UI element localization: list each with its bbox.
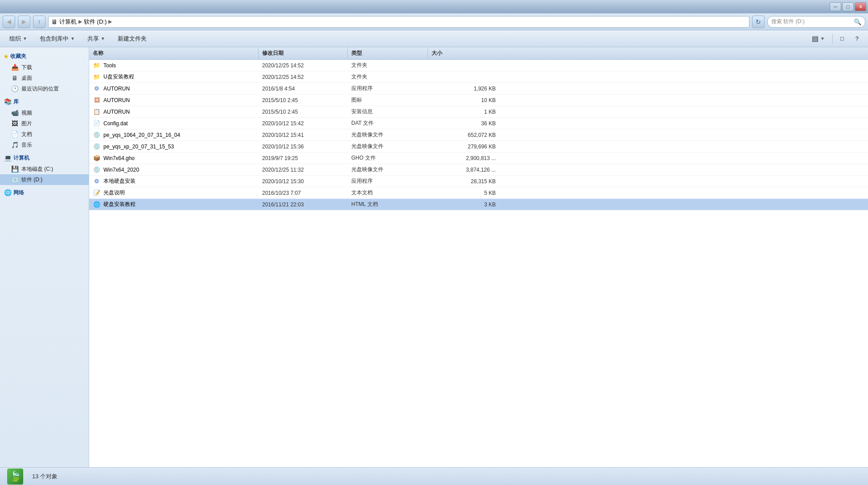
file-modified: 2015/5/10 2:45 (259, 109, 348, 115)
file-name: Win7x64_2020 (103, 167, 139, 173)
pictures-icon: 🖼 (11, 119, 19, 127)
include-label: 包含到库中 (40, 35, 69, 43)
file-list: 📁 Tools 2020/12/25 14:52 文件夹 📁 U盘安装教程 20… (89, 60, 868, 467)
table-row[interactable]: 🖼 AUTORUN 2015/5/10 2:45 图标 10 KB (89, 95, 868, 106)
table-row[interactable]: 🌐 硬盘安装教程 2016/11/21 22:03 HTML 文档 3 KB (89, 199, 868, 210)
file-name: 本地硬盘安装 (103, 177, 136, 185)
desktop-label: 桌面 (21, 74, 32, 82)
file-type-icon: 📋 (93, 108, 101, 116)
sidebar-section-library: 📚 库 📹 视频 🖼 图片 📄 文档 🎵 音乐 (0, 96, 89, 150)
table-row[interactable]: ⚙ AUTORUN 2016/1/8 4:54 应用程序 1,926 KB (89, 83, 868, 95)
file-modified: 2016/11/21 22:03 (259, 201, 348, 208)
sidebar-item-video[interactable]: 📹 视频 (0, 107, 89, 118)
file-type: 光盘映像文件 (348, 131, 428, 139)
recent-label: 最近访问的位置 (21, 85, 59, 93)
col-type[interactable]: 类型 (348, 47, 428, 59)
views-button[interactable]: ▤ ▼ (807, 32, 830, 45)
breadcrumb-computer[interactable]: 计算机 (59, 18, 77, 26)
video-icon: 📹 (11, 109, 19, 117)
table-row[interactable]: 📝 光盘说明 2016/10/23 7:07 文本文档 5 KB (89, 187, 868, 199)
sidebar-network-header[interactable]: 🌐 网络 (0, 187, 89, 198)
views-icon: ▤ (812, 34, 819, 43)
sidebar-item-desktop[interactable]: 🖥 桌面 (0, 73, 89, 83)
status-icon: 🍃 (7, 469, 23, 485)
table-row[interactable]: ⚙ 本地硬盘安装 2020/10/12 15:30 应用程序 28,315 KB (89, 176, 868, 187)
file-name-cell: ⚙ 本地硬盘安装 (89, 177, 259, 185)
file-type-icon: 💿 (93, 143, 101, 151)
docs-label: 文档 (21, 131, 32, 138)
sidebar-item-pictures[interactable]: 🖼 图片 (0, 118, 89, 129)
table-row[interactable]: 📄 Config.dat 2020/10/12 15:42 DAT 文件 36 … (89, 118, 868, 129)
col-modified[interactable]: 修改日期 (259, 47, 348, 59)
file-modified: 2020/12/25 14:52 (259, 62, 348, 69)
sidebar-item-recent[interactable]: 🕐 最近访问的位置 (0, 83, 89, 94)
file-type: 安装信息 (348, 108, 428, 115)
help-button[interactable]: ? (851, 33, 864, 44)
table-row[interactable]: 📋 AUTORUN 2015/5/10 2:45 安装信息 1 KB (89, 106, 868, 118)
file-type: 应用程序 (348, 177, 428, 185)
up-button[interactable]: ↑ (33, 16, 45, 28)
sidebar-item-docs[interactable]: 📄 文档 (0, 129, 89, 140)
file-size: 3,874,126 ... (428, 167, 499, 173)
file-modified: 2019/9/7 19:25 (259, 155, 348, 161)
file-modified: 2020/10/12 15:42 (259, 120, 348, 127)
share-button[interactable]: 共享 ▼ (82, 33, 110, 45)
sidebar-computer-header[interactable]: 💻 计算机 (0, 152, 89, 164)
search-box[interactable]: 搜索 软件 (D:) 🔍 (767, 16, 865, 28)
file-name-cell: 📋 AUTORUN (89, 108, 259, 116)
file-name-cell: 📄 Config.dat (89, 119, 259, 127)
sidebar-item-downloads[interactable]: 📥 下载 (0, 62, 89, 73)
organize-button[interactable]: 组织 ▼ (4, 33, 32, 45)
back-button[interactable]: ◀ (3, 16, 15, 28)
file-name: Config.dat (103, 120, 128, 127)
sidebar-favorites-header[interactable]: ★ 收藏夹 (0, 51, 89, 62)
breadcrumb-arrow-2: ▶ (108, 19, 112, 25)
breadcrumb-drive[interactable]: 软件 (D:) (84, 18, 107, 26)
sidebar-library-header[interactable]: 📚 库 (0, 96, 89, 107)
refresh-button[interactable]: ↻ (752, 16, 765, 28)
table-row[interactable]: 📁 Tools 2020/12/25 14:52 文件夹 (89, 60, 868, 71)
include-button[interactable]: 包含到库中 ▼ (35, 33, 80, 45)
search-placeholder: 搜索 软件 (D:) (771, 18, 805, 25)
breadcrumb-arrow-1: ▶ (78, 19, 82, 25)
include-dropdown-arrow: ▼ (70, 36, 75, 41)
sidebar-item-software-d[interactable]: 💿 软件 (D:) (0, 174, 89, 185)
file-name-cell: 📝 光盘说明 (89, 189, 259, 197)
file-type: 应用程序 (348, 85, 428, 92)
close-button[interactable]: ✕ (855, 2, 866, 11)
file-type: 文件夹 (348, 62, 428, 69)
forward-button[interactable]: ▶ (18, 16, 30, 28)
file-type-icon: 💿 (93, 131, 101, 139)
table-row[interactable]: 📁 U盘安装教程 2020/12/25 14:52 文件夹 (89, 71, 868, 83)
table-row[interactable]: 💿 pe_yqs_xp_20_07_31_15_53 2020/10/12 15… (89, 141, 868, 152)
downloads-icon: 📥 (11, 63, 19, 71)
maximize-button[interactable]: □ (842, 2, 854, 11)
file-name: Tools (103, 62, 116, 69)
file-size: 10 KB (428, 97, 499, 103)
file-name-cell: 📁 Tools (89, 62, 259, 70)
new-folder-button[interactable]: 新建文件夹 (113, 33, 152, 45)
pictures-label: 图片 (21, 120, 32, 127)
sidebar-item-music[interactable]: 🎵 音乐 (0, 140, 89, 150)
file-size: 2,900,813 ... (428, 155, 499, 161)
table-row[interactable]: 💿 pe_yqs_1064_20_07_31_16_04 2020/10/12 … (89, 129, 868, 141)
table-row[interactable]: 💿 Win7x64_2020 2020/12/25 11:32 光盘映像文件 3… (89, 164, 868, 176)
table-row[interactable]: 📦 Win7x64.gho 2019/9/7 19:25 GHO 文件 2,90… (89, 152, 868, 164)
sidebar-section-network: 🌐 网络 (0, 187, 89, 198)
sidebar-item-local-c[interactable]: 💾 本地磁盘 (C:) (0, 164, 89, 174)
file-name: pe_yqs_1064_20_07_31_16_04 (103, 132, 180, 138)
file-type-icon: ⚙ (93, 85, 101, 93)
title-bar-controls: ─ □ ✕ (830, 2, 866, 11)
file-type-icon: 📁 (93, 62, 101, 70)
status-count: 13 个对象 (32, 473, 58, 481)
file-type-icon: 📁 (93, 73, 101, 81)
minimize-button[interactable]: ─ (830, 2, 841, 11)
file-type-icon: 💿 (93, 166, 101, 174)
breadcrumb-bar[interactable]: 🖥 计算机 ▶ 软件 (D:) ▶ (48, 16, 749, 28)
col-name[interactable]: 名称 (89, 47, 259, 59)
file-name: AUTORUN (103, 97, 130, 103)
file-name: Win7x64.gho (103, 155, 135, 161)
file-size: 1 KB (428, 109, 499, 115)
preview-button[interactable]: □ (835, 33, 849, 44)
col-size[interactable]: 大小 (428, 47, 499, 59)
